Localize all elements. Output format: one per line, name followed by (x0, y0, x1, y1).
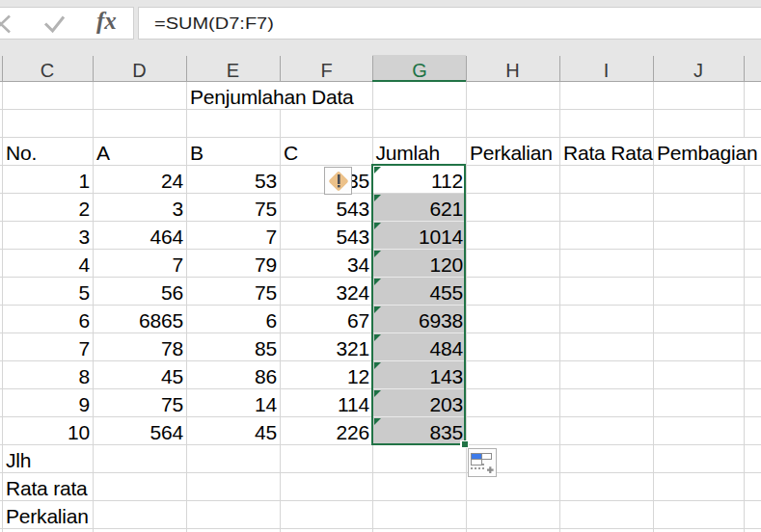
svg-text:fx: fx (96, 8, 117, 34)
